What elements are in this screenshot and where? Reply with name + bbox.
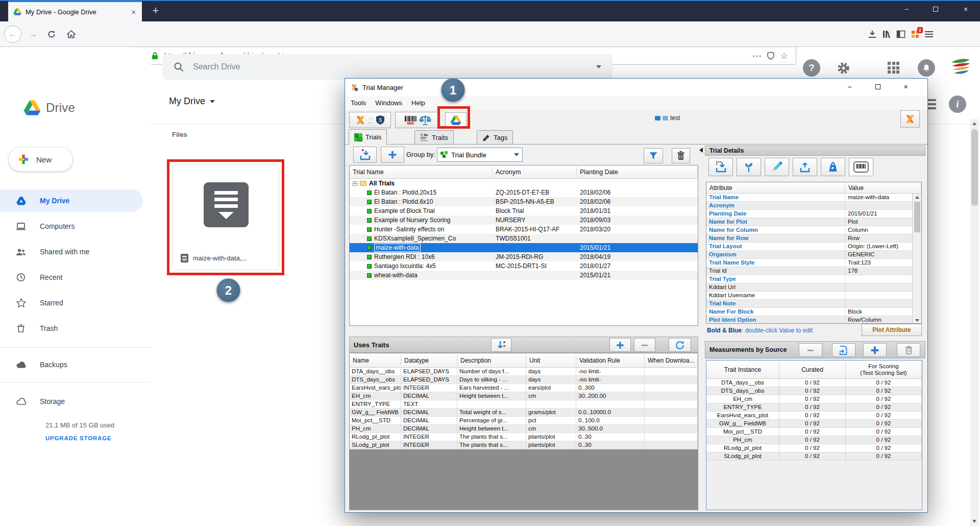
attribute-value-cell[interactable]: 2015/01/21 — [845, 210, 913, 218]
browser-tab[interactable]: My Drive - Google Drive × — [8, 1, 142, 21]
attribute-value-cell[interactable]: 178 — [845, 267, 913, 275]
plot-attribute-button[interactable]: Plot Attribute — [862, 324, 922, 336]
attribute-row[interactable]: Trial LayoutOrigin: (Lower-Left) — [706, 243, 913, 251]
attribute-row[interactable]: Name for ColumnColumn — [706, 226, 913, 234]
extension-icon[interactable]: 2 — [911, 30, 920, 39]
attribute-row[interactable]: Plot Ident OptionRow/Column — [706, 316, 913, 324]
details-export-button[interactable] — [793, 158, 817, 176]
attribute-value-cell[interactable] — [845, 202, 913, 210]
collapse-icon[interactable] — [353, 181, 357, 186]
search-options-caret-icon[interactable] — [596, 65, 601, 68]
refresh-traits-button[interactable] — [669, 338, 691, 352]
sidebar-item-shared-with-me[interactable]: Shared with me — [0, 241, 143, 263]
download-icon[interactable] — [868, 30, 877, 39]
sort-traits-button[interactable] — [491, 338, 511, 352]
reload-button[interactable] — [43, 26, 60, 43]
attribute-row[interactable]: Acronym — [706, 202, 913, 210]
sidebar-item-storage[interactable]: Storage — [0, 390, 143, 413]
tab-close-icon[interactable]: × — [130, 8, 137, 16]
sidebar-item-starred[interactable]: Starred — [0, 292, 143, 314]
menu-help[interactable]: Help — [407, 99, 430, 107]
sidebar-item-my-drive[interactable]: My Drive — [0, 189, 143, 212]
sidebar-item-computers[interactable]: Computers — [0, 215, 143, 237]
my-drive-caret-icon[interactable] — [210, 100, 215, 103]
tab-tags[interactable]: Tags — [477, 130, 513, 144]
attribute-row[interactable]: Trial Id178 — [706, 267, 913, 275]
uses-trait-row[interactable]: DTS_days__obsELAPSED_DAYSDays to silking… — [350, 376, 698, 384]
uses-trait-row[interactable]: EH_cmDECIMALHeight between t...cm30..200… — [350, 392, 698, 400]
attribute-value-cell[interactable]: Trait:123 — [845, 259, 913, 267]
uses-trait-row[interactable]: SLodg_pl_plotINTEGERThe plants that s...… — [350, 441, 698, 449]
library-icon[interactable] — [882, 30, 891, 39]
measurement-row[interactable]: RLodg_pl_plot0 / 920 / 92 — [706, 444, 922, 452]
trial-row[interactable]: Example of Block TrialBlock Trial2018/01… — [350, 206, 698, 216]
forward-button[interactable]: → — [24, 26, 42, 43]
attribute-row[interactable]: Name for RowRow — [706, 234, 913, 243]
measurement-row[interactable]: DTA_days__obs0 / 920 / 92 — [706, 379, 922, 387]
attribute-row[interactable]: Trait Name StyleTrait:123 — [706, 259, 913, 267]
kddart-button[interactable] — [900, 110, 920, 128]
uses-trait-row[interactable]: GW_g__ FieldWBDECIMALTotal weight of s..… — [350, 409, 698, 417]
help-icon[interactable]: ? — [803, 59, 820, 77]
kdx-kdsmart-sync-button[interactable]: →← S — [349, 112, 391, 128]
shield-icon[interactable] — [764, 49, 777, 62]
menu-tools[interactable]: Tools — [346, 99, 371, 107]
scroll-down-icon[interactable] — [915, 319, 919, 322]
attribute-value-cell[interactable]: maize-with-data — [845, 194, 913, 202]
uses-traits-table-header[interactable]: Name Datatype Description Unit Validatio… — [350, 353, 698, 368]
attribute-value-cell[interactable]: Column — [845, 226, 913, 234]
search-bar[interactable]: Search Drive — [162, 54, 612, 80]
attribute-row[interactable]: Name For BlockBlock — [706, 308, 913, 316]
attribute-value-cell[interactable]: Origin: (Lower-Left) — [845, 243, 913, 251]
notifications-bell-icon[interactable] — [918, 59, 935, 77]
details-seedling-button[interactable] — [737, 158, 761, 176]
attribute-value-cell[interactable]: Block — [845, 308, 913, 316]
panel-collapse-arrow-icon[interactable] — [699, 148, 703, 153]
remove-trait-button[interactable] — [634, 338, 655, 352]
sidebar-item-backups[interactable]: Backups — [0, 353, 143, 376]
tm-close-button[interactable]: × — [894, 80, 917, 94]
measurement-row[interactable]: DTS_days__obs0 / 920 / 92 — [706, 387, 922, 395]
measurement-row[interactable]: ENTRY_TYPE0 / 920 / 92 — [706, 403, 922, 412]
drive-logo[interactable]: Drive — [23, 100, 75, 115]
add-trait-button[interactable] — [609, 338, 631, 352]
sidebar-item-trash[interactable]: Trash — [0, 317, 143, 340]
attribute-value-cell[interactable] — [845, 300, 913, 308]
window-minimize-button[interactable]: − — [895, 1, 918, 17]
trial-row[interactable]: Santiago Ixcuintla: 4x5MC-2015-DRT1-SI20… — [350, 261, 698, 271]
details-edit-button[interactable] — [765, 158, 789, 176]
tree-root-row[interactable]: All Trials — [350, 179, 698, 188]
scrollbar-thumb[interactable] — [971, 129, 978, 206]
attributes-scrollbar[interactable] — [912, 194, 921, 324]
measurement-row[interactable]: Moi_pct__STD0 / 920 / 92 — [706, 428, 922, 436]
attribute-value-cell[interactable]: Row/Column — [845, 316, 913, 324]
measurements-delete-button[interactable] — [897, 343, 920, 357]
measurement-row[interactable]: EarsHvst_ears_plot0 / 920 / 92 — [706, 412, 922, 420]
attribute-row[interactable]: OrganismGENERIC — [706, 251, 913, 259]
details-import-button[interactable] — [708, 158, 733, 176]
uses-trait-row[interactable]: RLodg_pl_plotINTEGERThe plants that s...… — [350, 433, 698, 441]
details-info-icon[interactable]: i — [949, 95, 966, 113]
trial-row[interactable]: Example of Nursery ScoringNURSERY2018/09… — [350, 216, 698, 225]
attribute-value-cell[interactable] — [845, 283, 913, 292]
attribute-row[interactable]: Trial Namemaize-with-data — [706, 194, 913, 202]
page-scrollbar[interactable] — [970, 119, 979, 526]
tm-maximize-button[interactable] — [866, 80, 889, 94]
scroll-down-icon[interactable] — [972, 520, 976, 523]
group-by-dropdown[interactable]: Trial Bundle — [437, 148, 523, 162]
apps-grid-icon[interactable] — [888, 62, 899, 74]
back-button[interactable]: ← — [4, 26, 21, 43]
attribute-value-cell[interactable] — [845, 275, 913, 283]
sidebars-icon[interactable] — [896, 30, 905, 39]
attribute-value-cell[interactable]: Row — [845, 234, 913, 243]
attribute-row[interactable]: Trial Note — [706, 300, 913, 308]
attribute-row[interactable]: Kddart Url — [706, 283, 913, 292]
tab-trials[interactable]: Trials — [349, 129, 387, 145]
trial-row[interactable]: wheat-with-data2015/01/21 — [350, 271, 698, 280]
attributes-table-header[interactable]: Attribute Value — [706, 182, 921, 194]
home-button[interactable] — [62, 26, 80, 43]
barcode-scales-button[interactable] — [395, 112, 440, 128]
window-close-button[interactable]: × — [954, 1, 977, 17]
measurement-row[interactable]: EH_cm0 / 920 / 92 — [706, 395, 922, 403]
details-seedprep-button[interactable] — [821, 158, 845, 176]
